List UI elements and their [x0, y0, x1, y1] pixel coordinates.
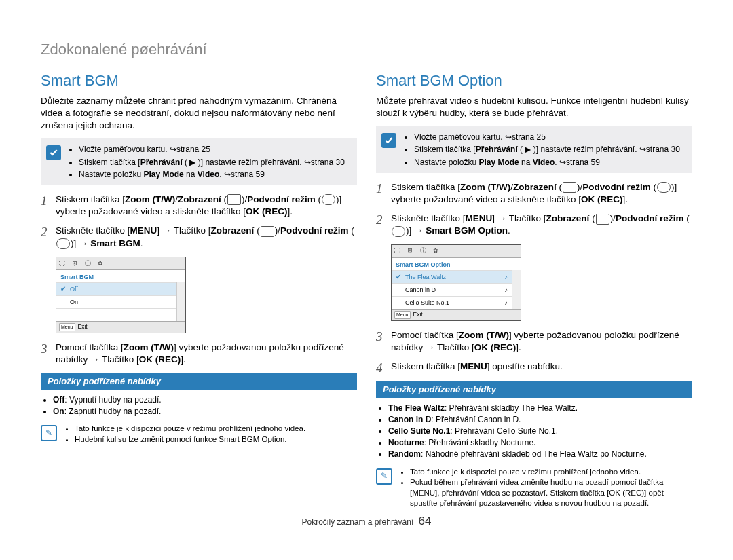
- tip-box-left: ✎ Tato funkce je k dispozici pouze v rež…: [41, 424, 357, 445]
- info-icon: ⓘ: [85, 259, 91, 267]
- step-number: 3: [41, 341, 56, 355]
- lock-icon: ⛨: [407, 246, 413, 255]
- tip-item: Tato funkce je k dispozici pouze v režim…: [410, 467, 692, 478]
- check-icon: ✔: [396, 272, 402, 282]
- note-item: Nastavte položku Play Mode na Video. ↪st…: [79, 169, 345, 180]
- step-1: 1 Stiskem tlačítka [Zoom (T/W)/Zobrazení…: [376, 181, 692, 206]
- submenu-item: Canon in D: Přehrávání Canon in D.: [388, 414, 692, 425]
- scrollbar: [176, 282, 185, 321]
- underwater-icon: [392, 226, 405, 237]
- ss-row: Canon in D♪: [392, 283, 512, 296]
- step-number: 2: [41, 225, 56, 238]
- step-1: 1 Stiskem tlačítka [Zoom (T/W)/Zobrazení…: [41, 193, 357, 218]
- check-icon: ✔: [60, 284, 67, 294]
- submenu-item: Random: Náhodné přehrávání skladeb od Th…: [388, 449, 692, 460]
- ss-row: On: [56, 295, 176, 308]
- ss-row: Cello Suite No.1♪: [392, 296, 512, 309]
- display-icon: [563, 182, 576, 193]
- intro-left: Důležité záznamy můžete chránit před náh…: [41, 95, 357, 132]
- step-3: 3 Pomocí tlačítka [Zoom (T/W)] vyberte p…: [376, 329, 692, 354]
- ss-footer: MenuExit: [56, 321, 185, 333]
- ss-title: Smart BGM: [56, 270, 185, 282]
- menu-screenshot-left: ⛶ ⛨ ⓘ ✿ Smart BGM ✔Off On MenuExit: [56, 257, 186, 333]
- menu-button: Menu: [394, 311, 411, 319]
- step-3: 3 Pomocí tlačítka [Zoom (T/W)] vyberte p…: [41, 341, 357, 366]
- step-2: 2 Stiskněte tlačítko [MENU] → Tlačítko […: [41, 225, 357, 249]
- display-icon: [596, 214, 609, 225]
- submenu-item: Off: Vypnutí hudby na pozadí.: [53, 394, 357, 405]
- note-item: Vložte paměťovou kartu. ↪strana 25: [414, 132, 680, 143]
- step-number: 1: [41, 193, 56, 207]
- note-item: Nastavte položku Play Mode na Video. ↪st…: [414, 157, 680, 168]
- display-icon: [261, 226, 274, 237]
- page-title: Zdokonalené pøehrávání: [41, 41, 692, 58]
- step-4: 4 Stiskem tlačítka [MENU] opustíte nabíd…: [376, 360, 692, 374]
- submenu-list: The Flea Waltz: Přehrávání skladby The F…: [376, 403, 692, 460]
- info-icon: ⓘ: [420, 246, 426, 255]
- submenu-header: Položky podřízené nabídky: [41, 373, 357, 390]
- prereq-note-right: Vložte paměťovou kartu. ↪strana 25 Stisk…: [376, 126, 692, 173]
- section-heading-left: Smart BGM: [41, 71, 357, 91]
- page-number: 64: [419, 515, 432, 527]
- submenu-item: The Flea Waltz: Přehrávání skladby The F…: [388, 403, 692, 413]
- submenu-item: Nocturne: Přehrávání skladby Nocturne.: [388, 437, 692, 448]
- note-item: Vložte paměťovou kartu. ↪strana 25: [79, 144, 345, 155]
- music-icon: ♪: [505, 299, 508, 307]
- underwater-icon: [322, 194, 335, 205]
- gear-icon: ✿: [433, 246, 438, 255]
- note-icon: ✎: [41, 425, 57, 441]
- lock-icon: ⛨: [72, 259, 78, 267]
- sd-icon: ⛶: [59, 259, 65, 267]
- check-icon: [381, 133, 396, 148]
- step-number: 4: [376, 360, 391, 374]
- prereq-note-left: Vložte paměťovou kartu. ↪strana 25 Stisk…: [41, 138, 357, 185]
- submenu-item: On: Zapnutí hudby na pozadí.: [53, 406, 357, 417]
- music-icon: ♪: [505, 286, 508, 294]
- display-icon: [227, 194, 241, 205]
- tip-item: Tato funkce je k dispozici pouze v režim…: [75, 424, 305, 434]
- ss-footer: MenuExit: [392, 309, 521, 320]
- music-icon: ♪: [505, 273, 508, 281]
- underwater-icon: [56, 238, 70, 249]
- menu-screenshot-right: ⛶ ⛨ ⓘ ✿ Smart BGM Option ✔The Flea Waltz…: [391, 244, 521, 321]
- section-heading-right: Smart BGM Option: [376, 71, 692, 91]
- gear-icon: ✿: [98, 259, 103, 267]
- scrollbar: [512, 270, 521, 309]
- ss-row-selected: ✔The Flea Waltz♪: [392, 270, 512, 283]
- ss-row: [56, 308, 176, 321]
- ss-toolbar: ⛶ ⛨ ⓘ ✿: [56, 257, 185, 270]
- note-item: Stiskem tlačítka [Přehrávání ( ▶ )] nast…: [79, 157, 345, 168]
- step-number: 1: [376, 181, 391, 195]
- tip-item: Pokud během přehrávání videa změníte hud…: [410, 477, 692, 509]
- check-icon: [46, 145, 61, 160]
- submenu-header: Položky podřízené nabídky: [376, 381, 692, 398]
- tip-item: Hudební kulisu lze změnit pomocí funkce …: [75, 434, 305, 445]
- step-number: 3: [376, 329, 391, 343]
- step-2: 2 Stiskněte tlačítko [MENU] → Tlačítko […: [376, 212, 692, 237]
- sd-icon: ⛶: [394, 246, 400, 255]
- note-item: Stiskem tlačítka [Přehrávání ( ▶ )] nast…: [414, 144, 680, 155]
- note-icon: ✎: [376, 468, 392, 485]
- right-column: Smart BGM Option Můžete přehrávat video …: [376, 71, 692, 509]
- ss-row-selected: ✔Off: [56, 282, 176, 295]
- left-column: Smart BGM Důležité záznamy můžete chráni…: [41, 71, 357, 509]
- tip-box-right: ✎ Tato funkce je k dispozici pouze v rež…: [376, 467, 692, 509]
- underwater-icon: [657, 182, 671, 193]
- menu-button: Menu: [59, 323, 75, 331]
- ss-title: Smart BGM Option: [392, 258, 521, 270]
- submenu-item: Cello Suite No.1: Přehrávání Cello Suite…: [388, 426, 692, 436]
- page-footer: Pokročilý záznam a přehrávání 64: [41, 515, 692, 528]
- intro-right: Můžete přehrávat video s hudební kulisou…: [376, 95, 692, 119]
- ss-toolbar: ⛶ ⛨ ⓘ ✿: [392, 245, 521, 258]
- submenu-list: Off: Vypnutí hudby na pozadí. On: Zapnut…: [41, 394, 357, 417]
- step-number: 2: [376, 212, 391, 226]
